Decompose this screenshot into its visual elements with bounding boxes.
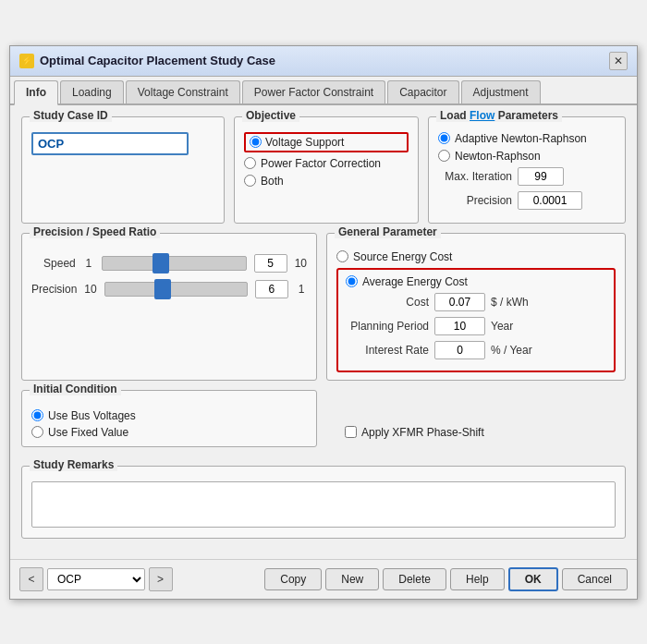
- precision-min-label: 10: [84, 283, 96, 296]
- help-button[interactable]: Help: [450, 568, 505, 590]
- average-energy-radio[interactable]: [346, 275, 358, 287]
- source-energy-radio[interactable]: [336, 250, 348, 262]
- window-title: Optimal Capacitor Placement Study Case: [40, 54, 275, 67]
- ok-button[interactable]: OK: [508, 567, 558, 591]
- average-energy-row: Average Energy Cost: [346, 275, 606, 288]
- title-bar-left: ⚡ Optimal Capacitor Placement Study Case: [19, 54, 275, 68]
- study-remarks-textarea[interactable]: [31, 481, 616, 528]
- max-iteration-input[interactable]: [518, 167, 564, 186]
- tab-info[interactable]: Info: [14, 80, 58, 105]
- initial-condition-group: Initial Condition Use Bus Voltages Use F…: [21, 390, 317, 447]
- middle-section: Precision / Speed Ratio Speed 1 10: [21, 233, 626, 381]
- tab-loading[interactable]: Loading: [60, 80, 124, 103]
- new-button[interactable]: New: [325, 568, 379, 590]
- source-energy-label: Source Energy Cost: [353, 250, 452, 263]
- precision-flow-input[interactable]: [518, 191, 582, 210]
- main-window: ⚡ Optimal Capacitor Placement Study Case…: [9, 45, 638, 600]
- planning-period-unit: Year: [491, 320, 513, 333]
- max-iteration-label: Max. Iteration: [438, 170, 512, 183]
- cost-label: Cost: [346, 296, 429, 309]
- ic-apply-row: Initial Condition Use Bus Voltages Use F…: [21, 390, 626, 456]
- tab-capacitor[interactable]: Capacitor: [387, 80, 458, 103]
- tab-adjustment[interactable]: Adjustment: [461, 80, 541, 103]
- apply-xfmr-section: Apply XFMR Phase-Shift: [326, 390, 484, 456]
- cost-input[interactable]: [434, 293, 485, 311]
- speed-min-label: 1: [83, 257, 94, 270]
- speed-slider-track[interactable]: [102, 256, 247, 271]
- bottom-bar: < OCP > Copy New Delete Help OK Cancel: [10, 559, 637, 599]
- use-bus-voltages-radio[interactable]: [31, 409, 43, 421]
- initial-condition-legend: Initial Condition: [30, 383, 121, 395]
- interest-rate-row: Interest Rate % / Year: [346, 341, 606, 359]
- objective-both-label: Both: [261, 175, 284, 188]
- objective-both-row: Both: [244, 175, 409, 188]
- precision-slider-section: Precision 10 1: [31, 280, 307, 298]
- delete-button[interactable]: Delete: [383, 568, 446, 590]
- precision-flow-row: Precision: [438, 191, 616, 210]
- average-energy-section: Average Energy Cost Cost $ / kWh Plannin…: [336, 268, 616, 372]
- copy-button[interactable]: Copy: [264, 568, 322, 590]
- newton-raphson-label: Newton-Raphson: [455, 150, 541, 163]
- objective-voltage-support-radio[interactable]: [250, 136, 262, 148]
- close-button[interactable]: ✕: [609, 52, 628, 70]
- app-icon: ⚡: [19, 54, 34, 68]
- tab-voltage-constraint[interactable]: Voltage Constraint: [126, 80, 240, 103]
- adaptive-newton-radio[interactable]: [438, 132, 450, 144]
- cancel-button[interactable]: Cancel: [562, 568, 628, 590]
- average-energy-label: Average Energy Cost: [362, 275, 468, 288]
- precision-slider-track[interactable]: [104, 282, 248, 297]
- speed-max-label: 10: [295, 257, 307, 270]
- study-case-select[interactable]: OCP: [47, 568, 145, 590]
- use-fixed-value-row: Use Fixed Value: [31, 426, 307, 439]
- cost-row: Cost $ / kWh: [346, 293, 606, 311]
- general-param-legend: General Parameter: [335, 225, 441, 238]
- load-flow-legend: Load Flow Parameters: [436, 109, 562, 122]
- next-button[interactable]: >: [149, 567, 173, 591]
- apply-xfmr-row: Apply XFMR Phase-Shift: [345, 426, 484, 439]
- objective-both-radio[interactable]: [244, 175, 256, 187]
- use-bus-voltages-row: Use Bus Voltages: [31, 409, 307, 422]
- use-fixed-value-radio[interactable]: [31, 426, 43, 438]
- adaptive-newton-row: Adaptive Newton-Raphson: [438, 132, 616, 145]
- prev-button[interactable]: <: [19, 567, 43, 591]
- newton-raphson-radio[interactable]: [438, 150, 450, 162]
- precision-label: Precision: [31, 283, 77, 296]
- objective-power-factor-row: Power Factor Correction: [244, 157, 409, 170]
- speed-value-input[interactable]: [254, 254, 287, 273]
- title-bar: ⚡ Optimal Capacitor Placement Study Case…: [10, 46, 637, 77]
- cost-unit: $ / kWh: [491, 296, 529, 309]
- apply-xfmr-label: Apply XFMR Phase-Shift: [361, 426, 484, 439]
- precision-max-label: 1: [296, 283, 307, 296]
- precision-value-input[interactable]: [255, 280, 288, 298]
- planning-period-input[interactable]: [434, 317, 485, 335]
- load-flow-group: Load Flow Parameters Adaptive Newton-Rap…: [428, 116, 626, 224]
- study-case-id-input[interactable]: [31, 132, 189, 155]
- flow-highlight: Flow: [470, 109, 494, 122]
- precision-flow-label: Precision: [438, 194, 512, 207]
- interest-rate-unit: % / Year: [491, 344, 532, 357]
- adaptive-newton-label: Adaptive Newton-Raphson: [455, 132, 587, 145]
- objective-voltage-support-label: Voltage Support: [265, 136, 344, 149]
- use-bus-voltages-label: Use Bus Voltages: [48, 409, 136, 422]
- tab-content: Study Case ID Objective Voltage Support …: [10, 105, 637, 559]
- planning-period-label: Planning Period: [346, 320, 429, 333]
- objective-voltage-support-row: Voltage Support: [244, 132, 409, 152]
- use-fixed-value-label: Use Fixed Value: [48, 426, 128, 439]
- interest-rate-input[interactable]: [434, 341, 485, 359]
- interest-rate-label: Interest Rate: [346, 344, 429, 357]
- precision-slider-thumb[interactable]: [154, 279, 171, 299]
- objective-legend: Objective: [242, 109, 299, 122]
- newton-raphson-row: Newton-Raphson: [438, 150, 616, 163]
- max-iteration-row: Max. Iteration: [438, 167, 616, 186]
- speed-ratio-legend: Precision / Speed Ratio: [30, 225, 160, 238]
- general-param-group: General Parameter Source Energy Cost Ave…: [326, 233, 626, 381]
- top-row: Study Case ID Objective Voltage Support …: [21, 116, 626, 224]
- speed-slider-thumb[interactable]: [153, 253, 169, 273]
- speed-label: Speed: [31, 257, 76, 270]
- speed-slider-section: Speed 1 10: [31, 254, 307, 273]
- apply-xfmr-checkbox[interactable]: [345, 426, 357, 438]
- objective-power-factor-radio[interactable]: [244, 157, 256, 169]
- tab-power-factor-constraint[interactable]: Power Factor Constraint: [242, 80, 385, 103]
- objective-group: Objective Voltage Support Power Factor C…: [234, 116, 419, 224]
- speed-ratio-group: Precision / Speed Ratio Speed 1 10: [21, 233, 317, 381]
